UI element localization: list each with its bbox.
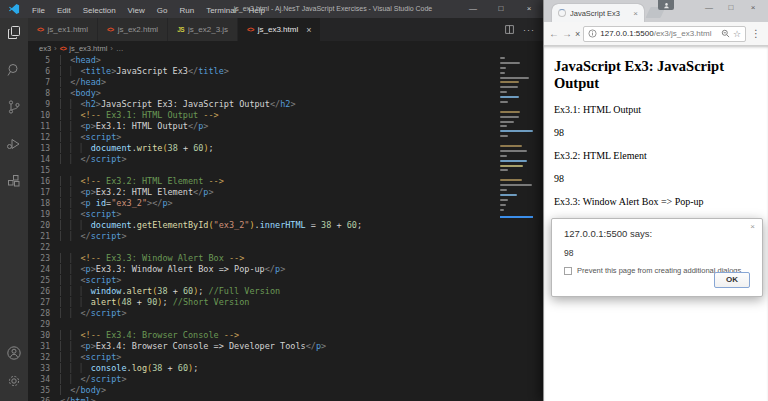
code-token: ;: [162, 297, 172, 307]
ok-button[interactable]: OK: [714, 272, 750, 288]
browser-tab-title: JavaScript Ex3: [570, 9, 629, 18]
code-token: [60, 231, 80, 241]
extensions-icon[interactable]: [6, 173, 22, 189]
page-paragraph: 98: [554, 127, 758, 138]
code-token: Ex3.4: Browser Console: [101, 330, 224, 340]
code-token: head: [75, 55, 95, 65]
code-token: JavaScript Ex3: JavaScript Output: [101, 99, 270, 109]
search-icon[interactable]: [6, 62, 22, 78]
chevron-right-icon: ›: [110, 44, 113, 53]
code-token: innerHTML: [260, 220, 306, 230]
code-line: 6 <title>JavaScript Ex3</title>: [28, 66, 543, 77]
menu-run[interactable]: Run: [173, 6, 200, 15]
code-token: </: [270, 99, 280, 109]
explorer-icon[interactable]: [6, 25, 22, 41]
code-token: [60, 143, 91, 153]
code-line: 27 alert(48 + 90); //Short Version: [28, 297, 543, 308]
minimap-line: [500, 204, 506, 206]
editor-tab-js_ex2.html[interactable]: <>js_ex2.html: [98, 18, 168, 41]
more-actions-icon[interactable]: ···: [523, 25, 535, 35]
menu-go[interactable]: Go: [151, 6, 174, 15]
code-line-content: <p>Ex3.1: HTML Output</p>: [50, 121, 208, 132]
line-number: 32: [28, 352, 50, 363]
editor-tab-js_ex2_3.js[interactable]: JSjs_ex2_3.js: [168, 18, 238, 41]
code-line-content: <!-- Ex3.3: Window Alert Box -->: [50, 253, 244, 264]
breadcrumb-item[interactable]: …: [116, 44, 124, 53]
code-token: [60, 209, 80, 219]
maximize-button[interactable]: □: [720, 1, 742, 14]
minimize-button[interactable]: —: [698, 1, 720, 14]
code-line-content: <p>Ex3.4: Browser Console => Developer T…: [50, 341, 326, 352]
minimap-line: [500, 189, 507, 191]
code-token: [60, 374, 80, 384]
chevron-right-icon: ›: [54, 44, 57, 53]
split-editor-icon[interactable]: [504, 24, 515, 35]
zoom-icon[interactable]: [721, 29, 730, 38]
code-line: 9 <h2>JavaScript Ex3: JavaScript Output<…: [28, 99, 543, 110]
run-debug-icon[interactable]: [6, 136, 22, 152]
forward-icon[interactable]: →: [562, 29, 572, 39]
line-number: 10: [28, 110, 50, 121]
editor-tab-js_ex3.html[interactable]: <>js_ex3.html×: [238, 18, 321, 41]
prevent-dialogs-checkbox[interactable]: [564, 267, 572, 275]
code-token: ;: [193, 363, 198, 373]
account-icon[interactable]: [6, 345, 22, 361]
close-button[interactable]: ×: [742, 1, 764, 14]
code-line-content: </html>: [50, 396, 96, 401]
menu-selection[interactable]: Selection: [77, 6, 122, 15]
code-token: +: [331, 220, 346, 230]
profile-badge[interactable]: [658, 0, 674, 10]
minimize-button[interactable]: —: [459, 0, 487, 18]
code-token: +: [168, 286, 183, 296]
close-button[interactable]: ×: [515, 0, 543, 18]
breadcrumb-item[interactable]: ex3: [39, 44, 51, 53]
menu-file[interactable]: File: [26, 6, 51, 15]
code-line-content: window.alert(38 + 60); //Full Version: [50, 286, 280, 297]
minimap-line: [500, 121, 514, 123]
address-bar[interactable]: 127.0.0.1:5500/ex3/js_ex3.html ☆: [583, 26, 746, 42]
code-token: "ex3_2": [111, 198, 147, 208]
code-token: h2: [86, 99, 96, 109]
code-token: >: [116, 132, 121, 142]
bookmark-star-icon[interactable]: ☆: [733, 29, 741, 39]
browser-tab[interactable]: JavaScript Ex3 ×: [552, 4, 644, 22]
code-token: Ex3.3: Window Alert Box => Pop-up: [96, 264, 265, 274]
code-line-content: <p>Ex3.3: Window Alert Box => Pop-up</p>: [50, 264, 285, 275]
code-line: 10 <!-- Ex3.1: HTML Output -->: [28, 110, 543, 121]
code-line-content: <script>: [50, 352, 121, 363]
url-text: 127.0.0.1:5500/ex3/js_ex3.html: [600, 29, 718, 38]
code-token: [60, 253, 80, 263]
minimap-line: [500, 174, 533, 176]
maximize-button[interactable]: □: [487, 0, 515, 18]
code-line: 36</html>: [28, 396, 543, 401]
stop-loading-icon[interactable]: ×: [575, 29, 580, 39]
code-line: 11 <p>Ex3.1: HTML Output</p>: [28, 121, 543, 132]
browser-menu-icon[interactable]: ⋮: [749, 28, 763, 39]
code-editor[interactable]: 5 <head>6 <title>JavaScript Ex3</title>7…: [28, 55, 543, 401]
code-token: [60, 198, 80, 208]
minimap[interactable]: [500, 57, 533, 214]
code-token: >: [91, 396, 96, 401]
breadcrumb-item[interactable]: js_ex3.html: [69, 44, 107, 53]
page-info-icon[interactable]: [588, 29, 597, 38]
tab-close-icon[interactable]: ×: [306, 25, 311, 35]
minimap-line: [500, 145, 522, 147]
html-file-icon: <>: [60, 45, 67, 52]
line-number: 30: [28, 330, 50, 341]
code-token: <!--: [80, 330, 100, 340]
code-token: body: [75, 88, 95, 98]
back-icon[interactable]: ←: [549, 29, 559, 39]
minimap-line: [500, 91, 507, 93]
settings-gear-icon[interactable]: [6, 373, 22, 389]
code-token: -->: [229, 253, 244, 263]
tab-close-icon[interactable]: ×: [633, 9, 638, 18]
menu-view[interactable]: View: [122, 6, 151, 15]
code-token: </: [70, 385, 80, 395]
code-line-content: </script>: [50, 308, 127, 319]
code-token: ;: [357, 220, 362, 230]
dialog-close-icon[interactable]: ×: [750, 222, 755, 231]
editor-tab-js_ex1.html[interactable]: <>js_ex1.html: [28, 18, 98, 41]
source-control-icon[interactable]: [6, 99, 22, 115]
menu-edit[interactable]: Edit: [51, 6, 77, 15]
minimap-line: [500, 194, 517, 196]
